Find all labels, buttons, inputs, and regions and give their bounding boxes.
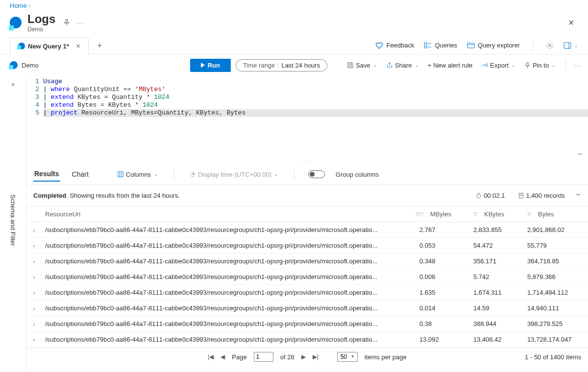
table-row[interactable]: ›/subscriptions/ebb79bc0-aa86-44a7-8111-…: [26, 332, 588, 348]
code-editor[interactable]: 12345 Usage | where QuantityUnit == 'MBy…: [26, 76, 588, 159]
svg-rect-4: [467, 43, 474, 48]
code-body[interactable]: Usage | where QuantityUnit == 'MBytes' |…: [43, 78, 588, 157]
prev-page-button[interactable]: ◀: [220, 353, 225, 360]
close-button[interactable]: ✕: [564, 16, 578, 29]
records-icon: [518, 192, 524, 199]
expand-row-icon[interactable]: ›: [33, 258, 45, 264]
cell-resourceuri: /subscriptions/ebb79bc0-aa86-44a7-8111-c…: [45, 336, 419, 343]
cell-resourceuri: /subscriptions/ebb79bc0-aa86-44a7-8111-c…: [45, 226, 419, 233]
export-icon: [481, 62, 488, 69]
separator: [533, 40, 533, 51]
panel-toggle-button[interactable]: ⌄: [564, 42, 578, 49]
tab-results[interactable]: Results: [33, 167, 60, 182]
pin-icon: [524, 62, 531, 69]
svg-rect-1: [424, 46, 427, 48]
save-icon: [347, 62, 354, 69]
expand-row-icon[interactable]: ›: [33, 227, 45, 233]
expand-row-icon[interactable]: ›: [33, 290, 45, 296]
queries-button[interactable]: Queries: [424, 42, 457, 49]
col-bytes[interactable]: Bytes: [538, 210, 554, 218]
pin-icon[interactable]: [63, 19, 70, 26]
tab-chart[interactable]: Chart: [71, 167, 90, 181]
export-button[interactable]: Export⌄: [479, 60, 517, 71]
table-row[interactable]: ›/subscriptions/ebb79bc0-aa86-44a7-8111-…: [26, 254, 588, 269]
status-completed: Completed: [33, 192, 66, 199]
settings-gear-icon[interactable]: [546, 42, 554, 49]
expand-row-icon[interactable]: ›: [33, 321, 45, 327]
save-button[interactable]: Save⌄: [345, 60, 379, 71]
cell-resourceuri: /subscriptions/ebb79bc0-aa86-44a7-8111-c…: [45, 242, 419, 249]
heart-icon: [375, 42, 383, 49]
query-explorer-button[interactable]: Query explorer: [467, 42, 520, 49]
expand-row-icon[interactable]: ›: [33, 337, 45, 343]
cell-bytes: 13,728,174.047: [527, 336, 581, 343]
filter-icon[interactable]: ▽: [527, 211, 531, 217]
cell-kbytes: 1,674.311: [473, 289, 527, 296]
group-columns-toggle[interactable]: [308, 170, 325, 178]
query-timing: 00:02.1: [473, 190, 507, 201]
query-tabs: New Query 1* ✕ + Feedback Queries Query …: [0, 37, 588, 54]
svg-rect-7: [564, 43, 571, 48]
new-alert-button[interactable]: + New alert rule: [426, 60, 475, 71]
display-time-button[interactable]: Display time (UTC+00:00)⌄: [188, 169, 280, 180]
expand-row-icon[interactable]: ›: [33, 274, 45, 280]
page-input[interactable]: [254, 352, 273, 362]
table-row[interactable]: ›/subscriptions/ebb79bc0-aa86-44a7-8111-…: [26, 238, 588, 254]
expand-row-icon[interactable]: ›: [33, 243, 45, 249]
play-icon: [201, 63, 205, 68]
side-rail: » Schema and Filter: [0, 76, 26, 371]
cell-resourceuri: /subscriptions/ebb79bc0-aa86-44a7-8111-c…: [45, 320, 419, 327]
query-tab-active[interactable]: New Query 1* ✕: [10, 37, 89, 55]
next-page-button[interactable]: ▶: [301, 353, 306, 360]
add-tab-button[interactable]: +: [94, 39, 106, 52]
filter-icon[interactable]: ▽: [473, 211, 477, 217]
plus-icon: +: [428, 62, 432, 69]
expand-results-icon[interactable]: ︾: [576, 192, 581, 199]
cell-bytes: 364,718.85: [527, 257, 581, 265]
breadcrumb: Home ›: [0, 0, 588, 11]
run-button[interactable]: Run: [190, 59, 231, 72]
table-row[interactable]: ›/subscriptions/ebb79bc0-aa86-44a7-8111-…: [26, 222, 588, 238]
tab-close-icon[interactable]: ✕: [76, 43, 80, 49]
expand-sidebar-button[interactable]: »: [11, 81, 15, 88]
time-range-selector[interactable]: Time range : Last 24 hours: [236, 59, 327, 71]
col-kbytes[interactable]: KBytes: [484, 210, 504, 218]
cell-bytes: 55,779: [527, 242, 581, 249]
last-page-button[interactable]: ▶|: [313, 353, 318, 360]
pager: |◀ ◀ Page of 28 ▶ ▶| 50 items per page 1…: [26, 348, 588, 366]
per-page-label: items per page: [365, 353, 407, 361]
table-row[interactable]: ›/subscriptions/ebb79bc0-aa86-44a7-8111-…: [26, 285, 588, 301]
page-size-select[interactable]: 50: [337, 352, 358, 362]
record-count: 1,400 records: [516, 190, 567, 201]
breadcrumb-home[interactable]: Home: [10, 2, 27, 9]
cell-bytes: 5,879.366: [527, 273, 581, 280]
resize-handle[interactable]: ···: [26, 159, 588, 164]
stopwatch-icon: [475, 192, 482, 199]
expand-row-icon[interactable]: ›: [33, 305, 45, 311]
cell-resourceuri: /subscriptions/ebb79bc0-aa86-44a7-8111-c…: [45, 257, 419, 265]
sidebar-label[interactable]: Schema and Filter: [9, 194, 17, 246]
scope-selector[interactable]: Demo: [10, 61, 39, 69]
collapse-editor-icon[interactable]: ︽: [578, 149, 583, 157]
status-detail: . Showing results from the last 24 hours…: [66, 192, 180, 199]
table-row[interactable]: ›/subscriptions/ebb79bc0-aa86-44a7-8111-…: [26, 269, 588, 285]
columns-icon: [117, 171, 124, 178]
table-row[interactable]: ›/subscriptions/ebb79bc0-aa86-44a7-8111-…: [26, 301, 588, 316]
col-resourceuri[interactable]: ResourceUri: [45, 210, 80, 218]
feedback-button[interactable]: Feedback: [375, 42, 414, 49]
cell-resourceuri: /subscriptions/ebb79bc0-aa86-44a7-8111-c…: [45, 273, 419, 280]
queries-icon: [424, 42, 432, 49]
toolbar-more-icon[interactable]: ···: [574, 62, 582, 69]
pin-to-button[interactable]: Pin to⌄: [522, 60, 558, 71]
filter-icon[interactable]: ▽: [416, 211, 419, 217]
share-button[interactable]: Share⌄: [384, 60, 421, 71]
columns-button[interactable]: Columns⌄: [115, 169, 160, 180]
more-icon[interactable]: ···: [76, 19, 84, 26]
first-page-button[interactable]: |◀: [208, 353, 214, 360]
col-mbytes[interactable]: MBytes: [430, 210, 451, 218]
cell-mbytes: 13.092: [419, 336, 473, 343]
cell-mbytes: 0.006: [419, 273, 473, 280]
table-row[interactable]: ›/subscriptions/ebb79bc0-aa86-44a7-8111-…: [26, 316, 588, 332]
svg-point-6: [549, 45, 551, 46]
filter-icon[interactable]: ▽: [419, 211, 423, 217]
